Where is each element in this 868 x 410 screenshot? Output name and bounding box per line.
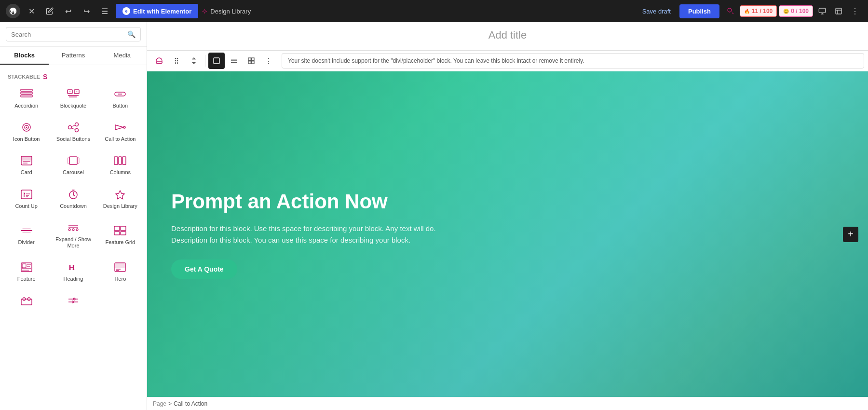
- svg-point-16: [26, 127, 27, 128]
- call-to-action-label: Call to Action: [105, 136, 136, 142]
- svg-line-21: [71, 128, 75, 130]
- svg-point-77: [175, 63, 176, 63]
- details-button[interactable]: ☰: [97, 4, 112, 18]
- breadcrumb-current: Call to Action: [174, 400, 207, 407]
- preview-button[interactable]: [815, 4, 829, 18]
- block-expand-show[interactable]: Expand / Show More: [51, 216, 95, 254]
- add-block-button[interactable]: +: [843, 227, 858, 242]
- align-center-button[interactable]: [208, 53, 225, 69]
- svg-rect-32: [119, 157, 122, 164]
- svg-rect-50: [121, 232, 126, 235]
- svg-rect-5: [21, 95, 32, 97]
- svg-rect-83: [252, 61, 254, 64]
- design-library-icon: [112, 188, 128, 201]
- block-countdown[interactable]: Countdown: [51, 183, 95, 214]
- button-label: Button: [112, 103, 128, 109]
- publish-button[interactable]: Publish: [679, 4, 719, 18]
- tab-blocks[interactable]: Blocks: [0, 47, 49, 65]
- block-blockquote[interactable]: " " Blockquote: [51, 82, 95, 114]
- blockquote-icon: " ": [66, 87, 81, 101]
- close-button[interactable]: ✕: [24, 4, 39, 18]
- columns-label: Columns: [110, 169, 131, 176]
- block-accordion[interactable]: Accordion: [4, 82, 49, 114]
- more-block-options-button[interactable]: ⋮: [260, 53, 277, 69]
- block-feature[interactable]: Feature: [4, 256, 49, 287]
- editor-title[interactable]: Add title: [147, 26, 868, 46]
- edit-pencil-button[interactable]: [42, 4, 57, 18]
- warning-bar: Your site doesn't include support for th…: [282, 53, 864, 68]
- block-hero[interactable]: Hero: [98, 256, 143, 287]
- block-button[interactable]: Button: [98, 82, 143, 114]
- svg-point-75: [175, 60, 176, 61]
- block-count-up[interactable]: Count Up: [4, 183, 49, 214]
- hero-icon: [112, 260, 128, 274]
- topbar-right-icons: 🔥 11 / 100 😊 0 / 100 ⋮: [723, 4, 862, 18]
- feature-icon: [19, 260, 34, 274]
- layout-grid-icon: [247, 57, 256, 65]
- seo-tool-button[interactable]: [723, 4, 738, 18]
- megaphone-icon: [155, 57, 163, 65]
- call-to-action-icon: [112, 121, 128, 134]
- carousel-icon: [66, 154, 81, 167]
- button-icon: [112, 87, 128, 101]
- svg-point-73: [175, 58, 176, 59]
- seo-score-badge[interactable]: 🔥 11 / 100: [740, 5, 777, 17]
- svg-rect-81: [252, 58, 254, 60]
- feature-label: Feature: [17, 276, 36, 282]
- hero-background-image: [472, 169, 868, 397]
- social-buttons-icon: [66, 121, 81, 134]
- align-wide-button[interactable]: [226, 53, 242, 69]
- block-carousel[interactable]: Carousel: [51, 149, 95, 180]
- readability-score-badge[interactable]: 😊 0 / 100: [779, 5, 813, 17]
- tab-media[interactable]: Media: [98, 47, 147, 65]
- count-up-icon: [19, 188, 34, 201]
- block-icon2[interactable]: [51, 289, 95, 314]
- stackable-logo-icon: S: [43, 73, 47, 81]
- search-icon: 🔍: [127, 30, 136, 38]
- svg-rect-34: [21, 190, 32, 199]
- svg-rect-33: [122, 157, 126, 164]
- svg-rect-49: [114, 232, 120, 235]
- breadcrumb-page-link[interactable]: Page: [153, 400, 166, 407]
- block-transform-button[interactable]: [151, 53, 167, 69]
- block-toolbar: ⋮ Your site doesn't include support for …: [147, 51, 868, 71]
- tab-patterns[interactable]: Patterns: [49, 47, 97, 65]
- align-wide-icon: [230, 57, 238, 65]
- svg-rect-59: [115, 263, 125, 268]
- redo-button[interactable]: ↪: [79, 4, 94, 18]
- svg-text:H: H: [68, 263, 75, 272]
- svg-point-46: [76, 229, 78, 231]
- drag-button[interactable]: [168, 53, 185, 69]
- expand-show-icon: [66, 221, 81, 234]
- block-feature-grid[interactable]: Feature Grid: [98, 216, 143, 254]
- design-library-button[interactable]: ⟡ Design Library: [202, 7, 251, 15]
- undo-button[interactable]: ↩: [61, 4, 75, 18]
- block-divider[interactable]: Divider: [4, 216, 49, 254]
- hero-title: Prompt an Action Now: [171, 190, 461, 214]
- divider-label: Divider: [18, 239, 35, 246]
- save-draft-button[interactable]: Save draft: [637, 5, 676, 18]
- more-options-button[interactable]: ⋮: [848, 4, 862, 18]
- block-call-to-action[interactable]: Call to Action: [98, 116, 143, 147]
- block-social-buttons[interactable]: Social Buttons: [51, 116, 95, 147]
- move-up-down-button[interactable]: [186, 53, 202, 69]
- svg-rect-1: [819, 8, 825, 13]
- search-input[interactable]: [11, 31, 123, 38]
- accordion-icon: [19, 87, 34, 101]
- svg-point-19: [75, 129, 78, 132]
- svg-rect-80: [248, 58, 251, 60]
- layout-toggle-button[interactable]: [831, 4, 846, 18]
- divider-icon: [19, 224, 34, 237]
- block-icon1[interactable]: [4, 289, 49, 314]
- block-icon-button[interactable]: Icon Button: [4, 116, 49, 147]
- hero-cta-button[interactable]: Get A Quote: [171, 260, 237, 279]
- svg-point-17: [68, 126, 71, 129]
- block-card[interactable]: Card: [4, 149, 49, 180]
- align-full-button[interactable]: [243, 53, 259, 69]
- block-design-library[interactable]: Design Library: [98, 183, 143, 214]
- edit-with-elementor-button[interactable]: e Edit with Elementor: [116, 4, 198, 18]
- wordpress-logo[interactable]: [6, 4, 20, 18]
- block-heading[interactable]: H Heading: [51, 256, 95, 287]
- block-columns[interactable]: Columns: [98, 149, 143, 180]
- svg-point-44: [68, 229, 70, 231]
